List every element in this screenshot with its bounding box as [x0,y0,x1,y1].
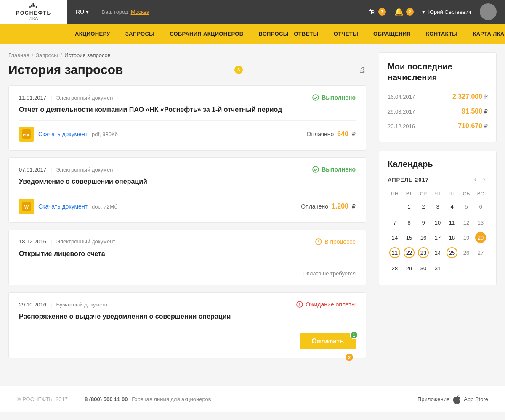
breadcrumb-requests[interactable]: Запросы [36,52,58,58]
card-4-title: Распоряжение о выдаче уведомления о сове… [19,312,356,321]
calendar-day[interactable]: 16 [416,230,431,245]
cal-header-wed: СР [416,189,431,198]
calendar-day[interactable]: 4 [445,198,459,215]
calendar-day[interactable]: 30 [416,260,431,277]
calendar-day[interactable]: 11 [445,215,459,230]
svg-point-7 [313,95,319,100]
calendar-day[interactable]: 20 [473,230,488,245]
nav-sobraniya[interactable]: СОБРАНИЯ АКЦИОНЕРОВ [162,24,251,44]
nav-obraschenia[interactable]: ОБРАЩЕНИЯ [366,24,418,44]
apple-icon [453,395,460,404]
svg-rect-0 [33,3,34,7]
nav-karta[interactable]: КАРТА ЛКА [465,24,505,44]
calendar-day [445,260,459,277]
calendar-next-button[interactable]: › [481,175,488,184]
calendar-day[interactable]: 15 [402,230,416,245]
card-2-doc-size: doc, 72Мб [92,203,117,210]
calendar-day[interactable]: 7 [388,215,402,230]
pay-button-wrap: Оплатить 1 [300,333,356,349]
calendar-day[interactable]: 23 [416,245,431,260]
svg-point-10 [313,166,319,172]
card-2-download-link[interactable]: Скачать документ [38,203,88,210]
pay-button[interactable]: Оплатить [300,333,356,349]
calendar-day[interactable]: 9 [416,215,431,230]
svg-rect-2 [34,5,35,7]
lang-selector[interactable]: RU ▾ [76,8,89,15]
nav-otchety[interactable]: ОТЧЕТЫ [326,24,366,44]
user-name: Юрий Сергеевич [428,9,471,15]
svg-text:!: ! [299,302,300,307]
calendar-day[interactable]: 6 [473,198,488,215]
calendar-day[interactable]: 24 [431,245,445,260]
calendar-day[interactable]: 13 [473,215,488,230]
cal-header-sun: ВС [473,189,488,198]
user-dropdown[interactable]: ▾ Юрий Сергеевич [422,9,471,15]
calendar-prev-button[interactable]: ‹ [471,175,478,184]
logo-subtitle: ЛКА [29,16,38,21]
calendar-day[interactable]: 10 [431,215,445,230]
calendar-day[interactable]: 17 [431,230,445,245]
breadcrumb-sep2: / [61,52,62,58]
nav-kontakty[interactable]: КОНТАКТЫ [418,24,465,44]
accruals-panel: Мои последние начисления 16.04.2017 2.32… [379,52,497,142]
calendar-day[interactable]: 12 [459,215,473,230]
card-1-date: 11.01.2017 [19,95,46,101]
nav-voprosy[interactable]: ВОПРОСЫ - ОТВЕТЫ [251,24,326,44]
calendar-day[interactable]: 22 [402,245,416,260]
calendar-day[interactable]: 26 [459,245,473,260]
calendar-day[interactable]: 5 [459,198,473,215]
accrual-2-currency: ₽ [484,108,488,115]
calendar-day[interactable]: 27 [473,245,488,260]
accrual-row-2: 29.03.2017 91.500 ₽ [388,104,488,119]
page-title: История запросов [8,63,123,77]
calendar-day[interactable]: 29 [402,260,416,277]
footer-app-label: Приложение [417,396,449,402]
card-3-payment-label: Оплата не требуется [303,270,356,277]
chevron-down-icon: ▾ [86,8,89,15]
calendar-day[interactable]: 18 [445,230,459,245]
calendar-day[interactable]: 21 [388,245,402,260]
request-card-2: 07.01.2017 | Электронный документ Выполн… [8,157,366,222]
calendar-day[interactable]: 28 [388,260,402,277]
breadcrumb-current: История запросов [64,52,111,58]
nav-akcioneru[interactable]: АКЦИОНЕРУ [67,24,118,44]
calendar-day[interactable]: 25 [445,245,459,260]
card-2-type: Электронный документ [56,166,115,173]
calendar-panel: Календарь АПРЕЛЬ 2017 ‹ › ПН ВТ СР ЧТ ПТ [379,151,497,285]
card-4-date: 29.10.2016 [19,301,46,308]
calendar-day[interactable]: 8 [402,215,416,230]
footer-phone: 8 (800) 500 11 00 [85,396,128,402]
accrual-2-amount: 91.500 [462,108,482,115]
request-card-3: 18.12.2016 | Электронный документ ! В пр… [8,230,366,285]
calendar-day[interactable]: 31 [431,260,445,277]
logo-name: РОСНЕФТЬ [16,10,51,16]
accrual-3-date: 20.12.2016 [388,123,415,129]
nav-zaprosy[interactable]: ЗАПРОСЫ [118,24,162,44]
footer-app[interactable]: Приложение App Store [417,395,488,404]
cart-icon-button[interactable]: 🛍 7 [368,8,386,16]
logo[interactable]: РОСНЕФТЬ ЛКА [0,0,67,24]
bell-icon-button[interactable]: 🔔 2 [394,7,414,16]
card-1-download-link[interactable]: Скачать документ [38,131,88,137]
calendar-day[interactable]: 3 [431,198,445,215]
card-1-title: Отчет о деятельности компании ПАО «НК «Р… [19,105,356,114]
accrual-3-amount: 710.670 [458,122,482,129]
calendar-day[interactable]: 14 [388,230,402,245]
calendar-day[interactable]: 1 [402,198,416,215]
breadcrumb-home[interactable]: Главная [8,52,29,58]
svg-text:W: W [24,204,29,209]
footer-app-store[interactable]: App Store [464,396,488,402]
print-icon[interactable]: 🖨 [359,66,366,74]
card-2-status: Выполнено [312,166,356,173]
avatar[interactable] [480,3,497,20]
footer-phone-desc: Горячая линия для акционеров [132,396,211,402]
accrual-1-date: 16.04.2017 [388,94,415,100]
calendar-day[interactable]: 2 [416,198,431,215]
request-card-1: 11.01.2017 | Электронный документ Выполн… [8,85,366,151]
accrual-row-1: 16.04.2017 2.327.000 ₽ [388,90,488,104]
card-2-title: Уведомление о совершении операций [19,177,356,186]
calendar-day[interactable]: 19 [459,230,473,245]
city-link[interactable]: Москва [131,9,149,15]
card-3-title: Открытие лицевого счета [19,249,356,259]
accruals-title: Мои последние начисления [388,61,488,83]
